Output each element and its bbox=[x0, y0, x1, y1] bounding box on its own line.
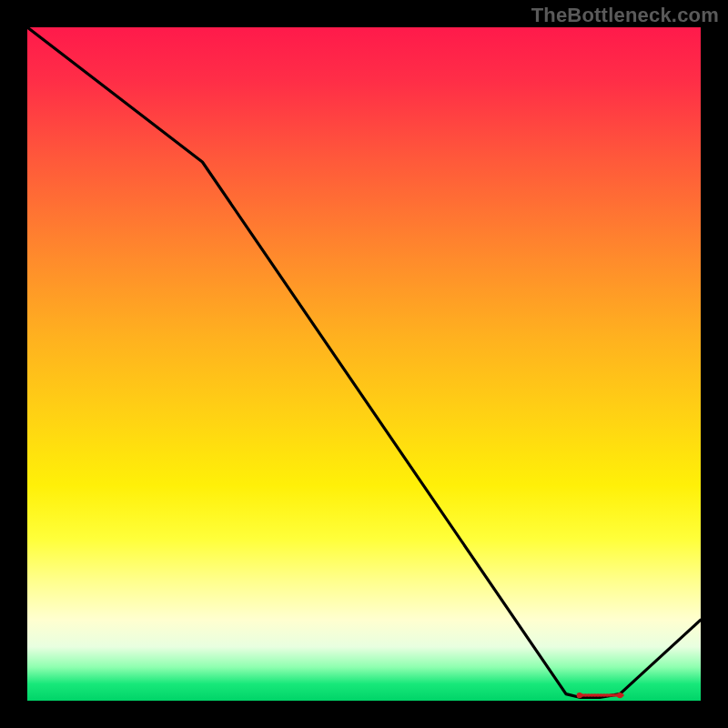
line-curve bbox=[27, 27, 701, 701]
watermark-text: TheBottleneck.com bbox=[531, 4, 719, 27]
plot-area bbox=[27, 27, 701, 701]
flat-end-dot bbox=[577, 693, 582, 698]
series-0-path bbox=[27, 27, 701, 697]
chart-frame: TheBottleneck.com bbox=[0, 0, 728, 728]
flat-end-dot bbox=[617, 693, 622, 698]
